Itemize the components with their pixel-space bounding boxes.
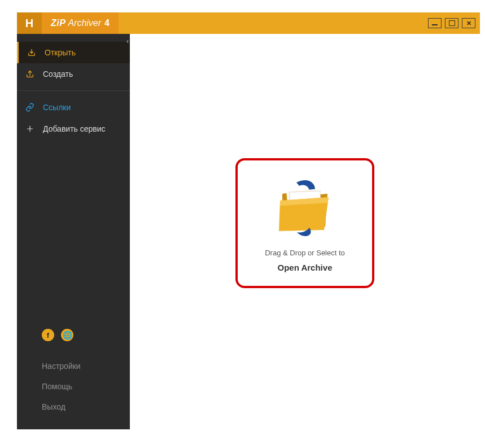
- social-row: f 🌐: [25, 329, 122, 341]
- footer-exit[interactable]: Выход: [25, 397, 122, 417]
- app-logo: H: [17, 12, 42, 34]
- logo-letter: H: [25, 17, 33, 30]
- sidebar-item-create[interactable]: Создать: [17, 63, 130, 85]
- sidebar-item-links[interactable]: Ссылки: [17, 97, 130, 118]
- app-title: ZiP Archiver 4: [42, 12, 119, 34]
- open-icon: [27, 47, 37, 58]
- sidebar-item-label: Создать: [43, 69, 73, 79]
- drop-action-label: Open Archive: [278, 263, 333, 272]
- link-icon: [25, 102, 35, 112]
- sidebar: ‹ Открыть: [17, 34, 130, 429]
- title-suffix: Archiver: [68, 18, 101, 28]
- create-icon: [25, 69, 35, 79]
- title-brand: ZiP: [51, 18, 65, 28]
- title-version: 4: [104, 18, 110, 28]
- sidebar-bottom: f 🌐 Настройки Помощь Выход: [17, 320, 130, 429]
- close-button[interactable]: ✕: [462, 18, 475, 28]
- title-spacer: [119, 12, 426, 34]
- folder-illustration: [271, 172, 339, 245]
- folder-icon: [271, 175, 339, 242]
- divider: [17, 90, 130, 91]
- sidebar-item-label: Добавить сервис: [43, 124, 106, 133]
- sidebar-item-open[interactable]: Открыть: [17, 42, 130, 63]
- window-controls: ✕: [426, 12, 480, 34]
- plus-icon: [25, 124, 35, 134]
- open-archive-dropzone[interactable]: Drag & Drop or Select to Open Archive: [235, 158, 374, 288]
- globe-icon: 🌐: [63, 330, 72, 340]
- maximize-button[interactable]: [445, 18, 458, 28]
- minimize-button[interactable]: [428, 18, 442, 28]
- sidebar-item-add-service[interactable]: Добавить сервис: [17, 118, 130, 140]
- body: ‹ Открыть: [17, 34, 480, 429]
- app-window: H ZiP Archiver 4 ✕ ‹: [17, 12, 480, 429]
- drop-instruction: Drag & Drop or Select to: [265, 249, 345, 257]
- facebook-button[interactable]: f: [42, 329, 54, 341]
- titlebar: H ZiP Archiver 4 ✕: [17, 12, 480, 34]
- spacer: [17, 34, 130, 42]
- web-button[interactable]: 🌐: [61, 329, 73, 341]
- footer-help[interactable]: Помощь: [25, 376, 122, 397]
- sidebar-item-label: Ссылки: [43, 103, 71, 112]
- facebook-icon: f: [47, 331, 49, 340]
- footer-settings[interactable]: Настройки: [25, 356, 122, 376]
- sidebar-item-label: Открыть: [45, 48, 76, 57]
- close-icon: ✕: [466, 20, 471, 27]
- main-area: Drag & Drop or Select to Open Archive: [130, 34, 480, 429]
- sidebar-collapse-button[interactable]: ‹: [126, 37, 129, 45]
